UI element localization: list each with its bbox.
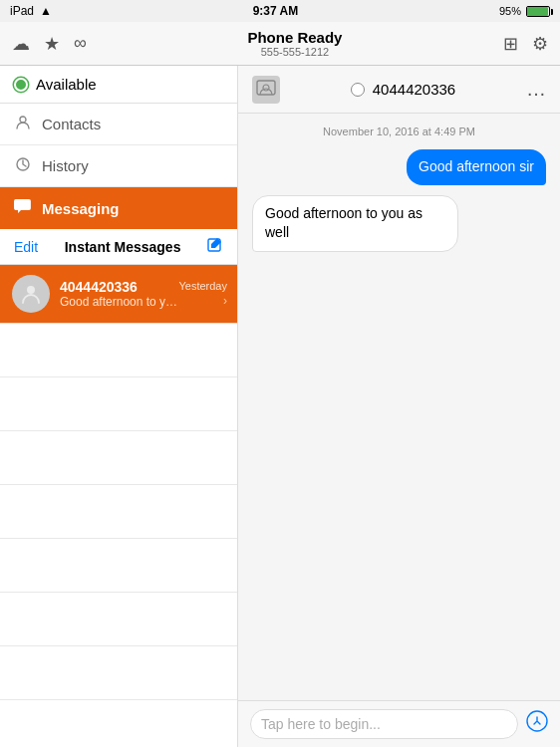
messaging-icon [14,198,32,218]
main-layout: Available Contacts History [0,66,560,747]
available-row[interactable]: Available [0,66,237,104]
app-header: ☁ ★ ∞ Phone Ready 555-555-1212 ⊞ ⚙ [0,22,560,66]
chevron-right-icon: › [223,294,227,308]
empty-row [0,646,237,700]
voicemail-icon[interactable]: ∞ [74,33,87,54]
status-bar: iPad ▲ 9:37 AM 95% [0,0,560,22]
header-subtitle: 555-555-1212 [247,46,342,58]
empty-row [0,593,237,646]
history-label: History [42,157,89,174]
contact-preview: Good afternoon to you as well [60,295,178,309]
chat-contact-number: 4044420336 [373,81,455,98]
message-row-incoming: Good afternoon to you as well [252,195,546,252]
cloud-icon[interactable]: ☁ [12,33,30,55]
chat-input-bar: Tap here to begin... [238,700,560,747]
available-status-dot [14,78,28,92]
edit-button[interactable]: Edit [14,239,38,255]
header-center: Phone Ready 555-555-1212 [247,29,342,58]
empty-row [0,485,237,539]
contact-meta: Yesterday › [178,280,227,308]
contact-time: Yesterday [178,280,227,292]
battery-icon [526,6,550,17]
sidebar-item-history[interactable]: History [0,145,237,187]
contact-info: 4044420336 Good afternoon to you as well [60,279,178,309]
message-bubble-outgoing: Good afternoon sir [407,149,546,185]
empty-row [0,324,237,377]
available-label: Available [36,76,97,93]
contacts-label: Contacts [42,116,101,132]
status-bar-left: iPad ▲ [10,4,52,18]
chat-header: 4044420336 … [238,66,560,114]
svg-point-4 [27,286,35,294]
star-icon[interactable]: ★ [44,33,60,55]
chat-panel: 4044420336 … November 10, 2016 at 4:49 P… [238,66,560,747]
chat-input-placeholder[interactable]: Tap here to begin... [250,709,518,739]
contacts-icon [14,115,32,133]
chat-avatar-icon [252,76,280,104]
header-left: ☁ ★ ∞ [12,33,87,55]
contact-avatar [12,275,50,313]
gear-icon[interactable]: ⚙ [532,33,548,55]
chat-header-number: 4044420336 [351,81,455,98]
contact-number: 4044420336 [60,279,178,295]
svg-point-0 [20,117,26,123]
instant-messages-label: Instant Messages [65,239,181,255]
svg-rect-5 [257,81,275,95]
battery-percent: 95% [499,5,521,17]
message-row-outgoing: Good afternoon sir [252,149,546,185]
sidebar-item-messaging[interactable]: Messaging [0,187,237,229]
history-icon [14,156,32,175]
empty-contact-list [0,324,237,747]
svg-point-6 [263,85,269,91]
chat-messages: November 10, 2016 at 4:49 PM Good aftern… [238,114,560,700]
messaging-label: Messaging [42,200,120,217]
empty-row [0,700,237,747]
empty-row [0,431,237,485]
carrier-label: iPad [10,4,34,18]
im-toolbar: Edit Instant Messages [0,229,237,265]
sidebar-item-contacts[interactable]: Contacts [0,104,237,145]
chat-date-label: November 10, 2016 at 4:49 PM [252,125,546,137]
header-right: ⊞ ⚙ [503,33,548,55]
header-title: Phone Ready [247,29,342,46]
grid-icon[interactable]: ⊞ [503,33,518,55]
battery-fill [527,7,548,16]
empty-row [0,377,237,431]
wifi-icon: ▲ [40,4,52,18]
compose-button[interactable] [207,237,223,256]
message-bubble-incoming: Good afternoon to you as well [252,195,458,252]
contact-list-item[interactable]: 4044420336 Good afternoon to you as well… [0,265,237,324]
chat-send-button[interactable] [526,710,548,738]
chat-more-button[interactable]: … [526,78,546,101]
contact-status-circle [351,83,365,97]
status-bar-time: 9:37 AM [253,4,299,18]
status-bar-right: 95% [499,5,550,17]
sidebar: Available Contacts History [0,66,238,747]
empty-row [0,539,237,593]
